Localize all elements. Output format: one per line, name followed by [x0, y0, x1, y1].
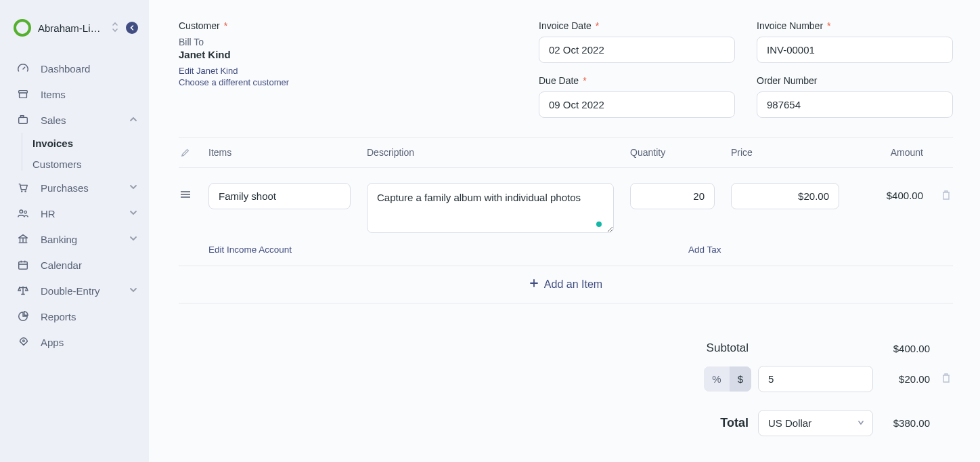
svg-rect-14 [19, 262, 28, 270]
add-tax-link[interactable]: Add Tax [688, 245, 721, 255]
item-qty-input[interactable] [630, 183, 715, 209]
item-name-input[interactable] [208, 183, 351, 209]
discount-type-toggle[interactable]: % $ [704, 366, 751, 392]
edit-customer-link[interactable]: Edit Janet Kind [179, 66, 517, 76]
nav-label: Banking [41, 234, 77, 245]
nav-label: HR [41, 208, 55, 219]
nav-hr[interactable]: HR [0, 201, 149, 226]
sidebar: Abraham-Lin… Dashboard Items Sales [0, 0, 149, 462]
scales-icon [16, 285, 30, 297]
bank-icon [16, 233, 30, 245]
svg-rect-5 [20, 116, 24, 118]
col-description: Description [367, 147, 614, 158]
nav-sales[interactable]: Sales [0, 107, 149, 133]
total-value: $380.00 [883, 417, 930, 429]
col-quantity: Quantity [630, 147, 715, 158]
invoice-number-input[interactable] [757, 37, 953, 63]
invoice-date-label: Invoice Date* [539, 20, 735, 31]
archive-icon [16, 88, 30, 100]
company-name: Abraham-Lin… [38, 22, 103, 34]
nav-label: Sales [41, 114, 66, 126]
nav-dashboard[interactable]: Dashboard [0, 56, 149, 81]
subtotal-value: $400.00 [883, 343, 930, 354]
total-label: Total [615, 416, 749, 430]
choose-customer-link[interactable]: Choose a different customer [179, 77, 517, 87]
invoice-number-label: Invoice Number* [757, 20, 953, 31]
nav-label: Purchases [41, 182, 89, 194]
svg-point-0 [15, 20, 30, 35]
delete-discount-icon[interactable] [939, 373, 953, 385]
nav-label: Dashboard [41, 63, 90, 75]
invoice-date-input[interactable] [539, 37, 735, 63]
nav-calendar[interactable]: Calendar [0, 252, 149, 278]
nav-label: Calendar [41, 259, 82, 271]
chevron-down-icon [129, 234, 138, 245]
pencil-icon[interactable] [179, 148, 192, 157]
nav-label: Apps [41, 337, 64, 348]
svg-point-9 [24, 211, 27, 213]
nav-customers[interactable]: Customers [22, 154, 149, 175]
chevron-down-icon [857, 418, 865, 429]
col-price: Price [731, 147, 839, 158]
col-items: Items [208, 147, 351, 158]
add-item-label: Add an Item [544, 278, 602, 291]
pie-chart-icon [16, 310, 30, 322]
discount-input[interactable] [758, 366, 873, 392]
nav-label: Reports [41, 311, 76, 322]
item-price-input[interactable] [731, 183, 839, 209]
col-amount: Amount [855, 147, 923, 158]
chevron-down-icon [129, 285, 138, 297]
nav-apps[interactable]: Apps [0, 329, 149, 355]
nav-double-entry[interactable]: Double-Entry [0, 278, 149, 303]
nav-reports[interactable]: Reports [0, 303, 149, 329]
item-amount: $400.00 [855, 183, 923, 201]
discount-percent-option[interactable]: % [704, 366, 729, 392]
discount-amount: $20.00 [883, 373, 930, 385]
item-row: $400.00 [179, 167, 953, 240]
nav-invoices[interactable]: Invoices [22, 133, 149, 154]
svg-point-8 [20, 210, 23, 213]
calendar-icon [16, 259, 30, 271]
nav-sales-sub: Invoices Customers [0, 133, 149, 175]
chevron-down-icon [129, 208, 138, 219]
invoice-form: Customer* Bill To Janet Kind Edit Janet … [149, 0, 980, 462]
nav-items[interactable]: Items [0, 81, 149, 107]
rocket-icon [16, 336, 30, 348]
sort-chevrons-icon [111, 22, 119, 35]
customer-label: Customer* [179, 20, 517, 31]
order-number-label: Order Number [757, 75, 953, 86]
svg-line-1 [23, 67, 25, 69]
currency-select[interactable] [758, 410, 873, 436]
order-number-input[interactable] [757, 91, 953, 118]
svg-rect-3 [20, 93, 27, 98]
nav-banking[interactable]: Banking [0, 226, 149, 252]
subtotal-label: Subtotal [615, 341, 749, 355]
svg-rect-4 [19, 117, 28, 123]
cart-icon [16, 182, 30, 194]
item-description-input[interactable] [367, 183, 614, 233]
add-item-button[interactable]: Add an Item [179, 266, 953, 303]
due-date-label: Due Date* [539, 75, 735, 86]
edit-income-account-link[interactable]: Edit Income Account [208, 245, 292, 255]
svg-point-21 [23, 340, 25, 342]
collapse-sidebar-icon[interactable] [126, 22, 138, 34]
totals: Subtotal $400.00 % $ $20.00 Total [615, 336, 953, 442]
delete-row-icon[interactable] [939, 183, 953, 201]
nav-label: Double-Entry [41, 285, 100, 297]
speedometer-icon [16, 62, 30, 75]
drag-handle-icon[interactable] [179, 183, 192, 199]
people-icon [16, 207, 30, 219]
nav-purchases[interactable]: Purchases [0, 175, 149, 201]
status-dot-icon [596, 222, 602, 227]
company-selector[interactable]: Abraham-Lin… [0, 0, 149, 56]
items-section: Items Description Quantity Price Amount [179, 137, 953, 303]
chevron-up-icon [129, 114, 138, 126]
svg-point-6 [21, 190, 22, 192]
due-date-input[interactable] [539, 91, 735, 118]
discount-dollar-option[interactable]: $ [730, 366, 751, 392]
navigation: Dashboard Items Sales Invoices Customers [0, 56, 149, 355]
bill-to-heading: Bill To [179, 37, 517, 47]
logo-icon [14, 19, 31, 37]
cash-register-icon [16, 114, 30, 126]
chevron-down-icon [129, 182, 138, 194]
